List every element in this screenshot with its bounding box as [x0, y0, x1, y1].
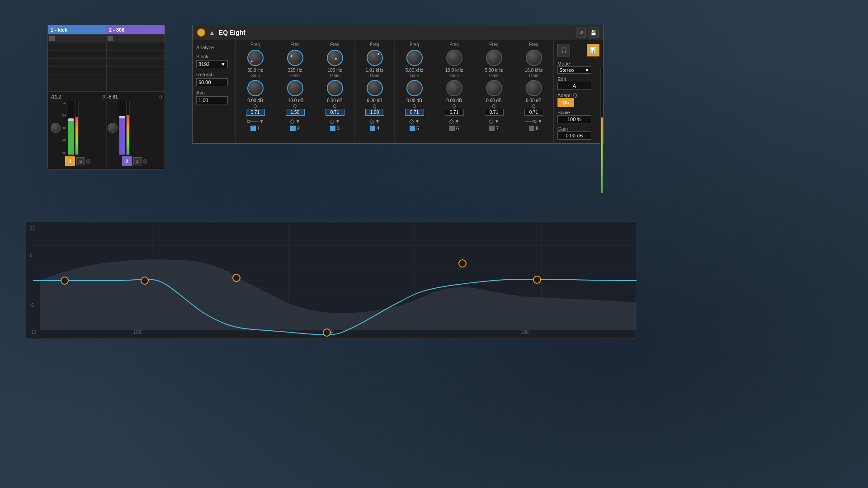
band-8-q-label: Q [532, 104, 536, 109]
clip-slot-empty[interactable] [48, 51, 106, 59]
fader-bar-1[interactable] [68, 101, 74, 155]
gain-value[interactable]: 0.00 dB [557, 131, 591, 140]
clip-slot-empty[interactable] [48, 59, 106, 67]
eq-refresh-btn[interactable]: ↺ [576, 28, 586, 38]
clip-slot-empty[interactable] [48, 67, 106, 75]
band-7-freq-knob[interactable] [486, 50, 502, 66]
band-7-gain-knob[interactable] [486, 80, 502, 96]
edit-label: Edit [557, 76, 599, 82]
band-2-gain-knob[interactable] [287, 80, 303, 96]
gain-label: Gain [557, 126, 599, 131]
band-1-q-val[interactable]: 0.71 [246, 109, 265, 116]
band-4-freq-knob[interactable] [367, 50, 383, 66]
band-5-freq-knob[interactable] [406, 50, 423, 66]
pan-knob-1[interactable] [51, 123, 61, 133]
band-6-filter-dropdown[interactable]: ▼ [455, 119, 459, 124]
band-1-gain-val: 0.00 dB [247, 98, 263, 103]
clip-slot-empty[interactable] [48, 83, 106, 91]
track-number-btn-1[interactable]: 1 [65, 156, 75, 166]
clip-slot-empty[interactable] [48, 42, 106, 51]
clip-slot-empty[interactable] [48, 75, 106, 83]
track-number-btn-2[interactable]: 2 [122, 156, 132, 166]
band-3-gain-knob[interactable] [327, 80, 343, 96]
band-5-q-val[interactable]: 0.71 [405, 109, 424, 116]
eq-point-2[interactable] [141, 277, 148, 284]
mode-select[interactable]: Stereo ▼ [557, 66, 591, 74]
band-3-freq-knob[interactable] [327, 50, 343, 66]
fader-row-1: -11.2 0 [51, 94, 105, 99]
band-6-q-val[interactable]: 0.71 [445, 109, 464, 116]
mute-btn-2[interactable]: S [133, 157, 142, 165]
avg-value[interactable]: 1.00 [196, 96, 228, 104]
band-4-gain-val: 6.00 dB [367, 98, 382, 103]
clip-slot-empty[interactable] [107, 51, 165, 59]
band-8-gain-knob[interactable] [526, 80, 542, 96]
band-3-number-row: 3 [330, 126, 340, 131]
scale-value[interactable]: 100 % [557, 115, 591, 123]
clip-slot[interactable] [48, 34, 106, 42]
solo-dot-2[interactable] [143, 159, 147, 164]
clip-slot-empty[interactable] [107, 59, 165, 67]
band-1-number-row: 1 [250, 126, 260, 131]
band-3-filter-icon: ◇ [330, 117, 335, 125]
mute-btn-1[interactable]: S [76, 157, 85, 165]
band-1-gain-knob[interactable] [247, 80, 264, 96]
headphones-btn[interactable]: 🎧 [557, 44, 570, 56]
solo-dot-1[interactable] [86, 159, 90, 164]
eq-point-5[interactable] [459, 260, 466, 267]
band-8-color [529, 126, 534, 131]
band-6-filter-row: ◇ ▼ [449, 117, 459, 125]
band-8-filter-dropdown[interactable]: ▼ [538, 119, 542, 124]
band-6-gain-knob[interactable] [446, 80, 462, 96]
refresh-value[interactable]: 60.00 [196, 78, 228, 86]
mixer-clip-row-1 [48, 34, 165, 42]
edit-value[interactable]: A [557, 82, 591, 90]
band-2-color [290, 126, 296, 131]
adaptq-button[interactable]: On [557, 98, 574, 107]
clip-slot-empty[interactable] [107, 67, 165, 75]
eq-power-button[interactable] [197, 28, 205, 37]
band-8-q-val[interactable]: 0.71 [524, 109, 543, 116]
band-7-q-val[interactable]: 0.71 [485, 109, 504, 116]
block-select[interactable]: 8192 ▼ [196, 60, 228, 68]
band-4-gain-knob[interactable] [367, 80, 383, 96]
band-6-freq-knob[interactable] [446, 50, 462, 66]
eq-point-4[interactable] [323, 329, 330, 336]
band-8-freq-knob[interactable] [526, 50, 542, 66]
spectrum-btn[interactable]: 📊 [587, 44, 599, 56]
fader-handle-2[interactable] [119, 116, 125, 118]
fader-bar-2[interactable] [119, 101, 125, 155]
eq-title: EQ Eight [219, 29, 245, 36]
clip-slot-empty[interactable] [107, 42, 165, 51]
fader-ruler-1: 12 24 36 48 60 [62, 101, 67, 155]
eq-point-3[interactable] [233, 274, 240, 282]
eq-side-meter [600, 67, 603, 193]
band-1-filter-dropdown[interactable]: ▼ [259, 119, 264, 124]
clip-slot[interactable] [106, 34, 164, 42]
clip-slot-empty[interactable] [107, 75, 165, 83]
eq-save-btn[interactable]: 💾 [589, 28, 599, 38]
band-3-filter-dropdown[interactable]: ▼ [335, 119, 340, 124]
band-4-filter-dropdown[interactable]: ▼ [375, 119, 380, 124]
eq-curve-display[interactable]: 12 6 -6 -12 100 [26, 221, 636, 339]
fader-handle-1[interactable] [68, 118, 74, 121]
right-panel-icons-row: 🎧 📊 [557, 44, 599, 56]
band-4-q-val[interactable]: 1.00 [365, 109, 384, 116]
band-2-freq-knob[interactable] [287, 50, 303, 66]
track-header-kick: 1 - kick [48, 25, 106, 34]
band-2-filter-dropdown[interactable]: ▼ [296, 119, 300, 124]
band-2-q-val[interactable]: 1.50 [286, 109, 305, 116]
band-7-filter-dropdown[interactable]: ▼ [495, 119, 499, 124]
mixer-panel: 1 - kick 2 - 808 [47, 25, 165, 169]
eq-point-1[interactable] [61, 277, 68, 284]
eq-curve-svg [26, 222, 637, 339]
band-5-filter-dropdown[interactable]: ▼ [415, 119, 420, 124]
pan-knob-2[interactable] [108, 123, 118, 133]
clip-slot-empty[interactable] [107, 83, 165, 91]
band-5-gain-knob[interactable] [406, 80, 423, 96]
band-1-freq-knob[interactable] [247, 50, 264, 66]
eq-point-6[interactable] [533, 276, 541, 283]
fader-level-1 [68, 120, 74, 155]
track-buttons-1: 1 S [65, 156, 90, 166]
band-3-q-val[interactable]: 0.71 [326, 109, 344, 116]
